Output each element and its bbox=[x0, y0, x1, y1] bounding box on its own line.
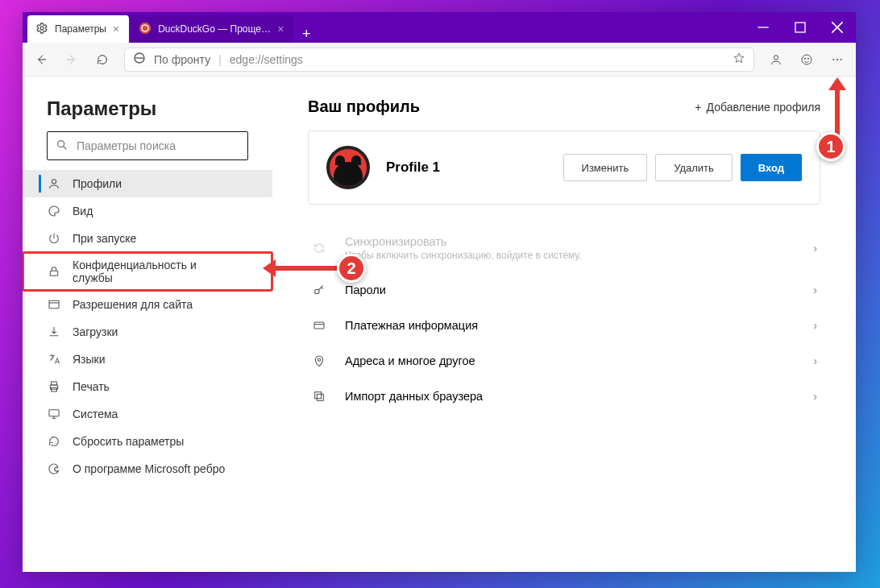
settings-nav: Профили Вид При запуске Конфиденциальнос… bbox=[23, 170, 272, 482]
close-window-button[interactable] bbox=[819, 12, 856, 43]
svg-rect-5 bbox=[795, 23, 805, 32]
toolbar: По фронту | edge://settings bbox=[23, 43, 856, 77]
chevron-right-icon: › bbox=[813, 284, 817, 296]
svg-rect-23 bbox=[52, 382, 57, 385]
tab-label: DuckDuckGo — Проще говоря bbox=[158, 23, 271, 35]
search-placeholder: Параметры поиска bbox=[77, 139, 176, 152]
chevron-right-icon: › bbox=[813, 319, 817, 332]
row-import[interactable]: Импорт данных браузера › bbox=[308, 379, 820, 414]
printer-icon bbox=[47, 380, 61, 393]
browser-window: Параметры × DuckDuckGo — Проще говоря × … bbox=[23, 12, 856, 572]
row-label: Платежная информация bbox=[345, 319, 478, 332]
svg-line-17 bbox=[64, 146, 67, 149]
svg-point-0 bbox=[40, 27, 44, 30]
main-panel: Ваш профиль + Добавление профиля Profile… bbox=[272, 77, 856, 572]
plus-icon: + bbox=[695, 101, 701, 114]
edge-icon bbox=[133, 52, 146, 67]
tab-settings[interactable]: Параметры × bbox=[27, 15, 129, 43]
address-bar[interactable]: По фронту | edge://settings bbox=[124, 48, 754, 72]
sidebar-item-label: Система bbox=[73, 408, 118, 420]
favorite-icon[interactable] bbox=[733, 52, 745, 67]
tab-duckduckgo[interactable]: DuckDuckGo — Проще говоря × bbox=[131, 15, 293, 43]
sidebar-item-label: При запуске bbox=[73, 232, 136, 245]
sidebar-item-languages[interactable]: Языки bbox=[23, 346, 272, 373]
svg-rect-25 bbox=[49, 410, 59, 416]
sidebar-item-label: Языки bbox=[73, 353, 106, 366]
site-label: По фронту bbox=[154, 53, 210, 66]
palette-icon bbox=[47, 205, 61, 217]
forward-button[interactable] bbox=[58, 46, 85, 73]
svg-point-10 bbox=[802, 55, 812, 64]
row-sync: Синхронизировать Чтобы включить синхрони… bbox=[308, 224, 820, 272]
close-icon[interactable]: × bbox=[277, 23, 284, 35]
search-settings-input[interactable]: Параметры поиска bbox=[47, 131, 248, 160]
svg-rect-31 bbox=[317, 394, 323, 400]
row-addresses[interactable]: Адреса и многое другое › bbox=[308, 343, 820, 379]
duckduckgo-icon bbox=[139, 22, 152, 37]
sidebar-item-label: Разрешения для сайта bbox=[73, 298, 193, 311]
svg-rect-20 bbox=[49, 300, 59, 308]
window-controls bbox=[745, 12, 856, 43]
person-icon bbox=[47, 177, 61, 190]
separator: | bbox=[218, 53, 222, 66]
svg-point-12 bbox=[807, 58, 808, 59]
edit-profile-button[interactable]: Изменить bbox=[563, 154, 648, 181]
sidebar-item-system[interactable]: Система bbox=[23, 400, 272, 428]
tab-strip: Параметры × DuckDuckGo — Проще говоря × … bbox=[23, 12, 319, 43]
sidebar-item-privacy[interactable]: Конфиденциальность и службы bbox=[23, 252, 272, 291]
svg-point-9 bbox=[774, 55, 778, 59]
svg-point-29 bbox=[318, 358, 320, 361]
maximize-button[interactable] bbox=[782, 12, 819, 43]
sidebar-item-label: Сбросить параметры bbox=[73, 435, 184, 448]
chevron-right-icon: › bbox=[813, 242, 817, 255]
location-icon bbox=[311, 354, 327, 367]
row-label: Синхронизировать bbox=[345, 235, 581, 248]
delete-profile-button[interactable]: Удалить bbox=[655, 154, 733, 181]
sidebar-item-label: Печать bbox=[73, 380, 110, 393]
profile-header: Ваш профиль + Добавление профиля bbox=[308, 97, 820, 116]
sidebar-item-profiles[interactable]: Профили bbox=[23, 170, 272, 197]
svg-rect-19 bbox=[50, 271, 57, 275]
sidebar-item-about[interactable]: О программе Microsoft ребро bbox=[23, 455, 272, 482]
content-area: Параметры Параметры поиска Профили Вид bbox=[23, 77, 856, 572]
profile-card: Profile 1 Изменить Удалить Вход bbox=[308, 130, 820, 205]
refresh-button[interactable] bbox=[89, 46, 116, 73]
svg-point-18 bbox=[52, 180, 56, 184]
new-tab-button[interactable]: + bbox=[293, 26, 319, 43]
svg-point-3 bbox=[143, 25, 147, 30]
profile-icon[interactable] bbox=[762, 46, 790, 73]
power-icon bbox=[47, 232, 61, 245]
close-icon[interactable]: × bbox=[113, 23, 119, 35]
sidebar: Параметры Параметры поиска Профили Вид bbox=[23, 77, 272, 572]
row-label: Адреса и многое другое bbox=[345, 354, 475, 367]
profile-name: Profile 1 bbox=[386, 159, 440, 176]
sidebar-item-startup[interactable]: При запуске bbox=[23, 225, 272, 252]
add-profile-label: Добавление профиля bbox=[707, 101, 820, 114]
signin-button[interactable]: Вход bbox=[741, 154, 802, 181]
svg-point-11 bbox=[804, 58, 805, 59]
svg-point-16 bbox=[58, 140, 64, 147]
add-profile-button[interactable]: + Добавление профиля bbox=[695, 101, 820, 114]
sidebar-item-print[interactable]: Печать bbox=[23, 373, 272, 400]
minimize-button[interactable] bbox=[745, 12, 782, 43]
more-menu-button[interactable] bbox=[824, 46, 851, 73]
smiley-icon[interactable] bbox=[793, 46, 820, 73]
svg-point-26 bbox=[315, 289, 319, 293]
title-bar: Параметры × DuckDuckGo — Проще говоря × … bbox=[23, 12, 856, 43]
monitor-icon bbox=[47, 408, 61, 420]
key-icon bbox=[311, 284, 327, 296]
avatar bbox=[326, 146, 370, 189]
sidebar-item-downloads[interactable]: Загрузки bbox=[23, 318, 272, 346]
svg-point-13 bbox=[832, 58, 834, 60]
import-icon bbox=[311, 390, 327, 403]
svg-rect-27 bbox=[314, 322, 324, 329]
sidebar-item-label: Загрузки bbox=[73, 325, 118, 338]
back-button[interactable] bbox=[27, 46, 55, 73]
row-label: Пароли bbox=[345, 284, 386, 296]
sidebar-item-appearance[interactable]: Вид bbox=[23, 197, 272, 225]
sidebar-item-label: Конфиденциальность и службы bbox=[73, 259, 218, 284]
sidebar-item-site-permissions[interactable]: Разрешения для сайта bbox=[23, 291, 272, 318]
row-payment[interactable]: Платежная информация › bbox=[308, 308, 820, 343]
sidebar-item-reset[interactable]: Сбросить параметры bbox=[23, 428, 272, 455]
row-passwords[interactable]: Пароли › bbox=[308, 272, 820, 308]
